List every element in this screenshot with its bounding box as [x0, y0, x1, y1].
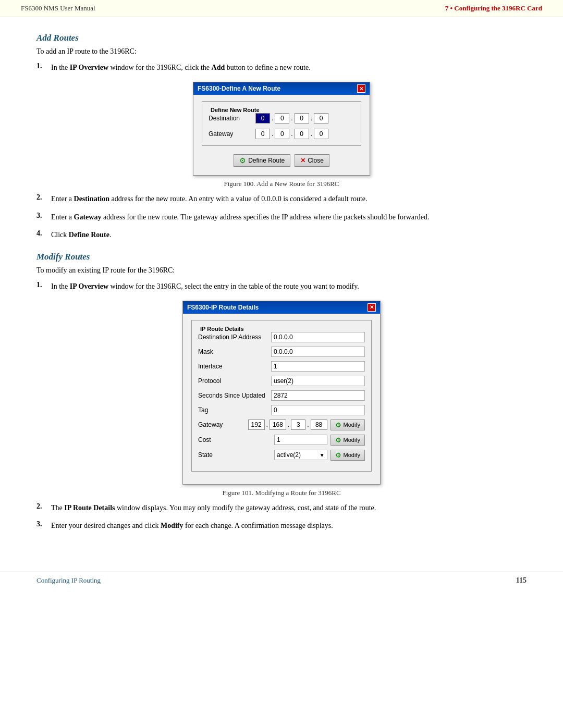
close-button[interactable]: ✕ Close — [295, 154, 329, 167]
ip-route-title: FS6300-IP Route Details — [187, 304, 259, 311]
gateway-modify-button[interactable]: ⚙ Modify — [331, 419, 365, 430]
step3-bold1: Gateway — [74, 213, 102, 221]
step1-bold2: Add — [212, 64, 225, 71]
protocol-value: user(2) — [271, 376, 365, 386]
footer-bar: Configuring IP Routing 115 — [0, 572, 563, 589]
header-right: 7 • Configuring the 3196RC Card — [445, 4, 542, 13]
gateway-ip-group: . . . — [255, 129, 328, 139]
seconds-row: Seconds Since Updated 2872 — [198, 390, 365, 401]
step3-num: 3. — [36, 212, 51, 223]
protocol-row: Protocol user(2) — [198, 376, 365, 386]
step2-bold1: Destination — [74, 195, 109, 203]
add-routes-step4: 4. Click Define Route. — [36, 229, 527, 241]
gw-octet-1[interactable] — [248, 419, 265, 430]
destination-octet-4[interactable] — [314, 113, 328, 124]
dest-ip-value: 0.0.0.0 — [271, 332, 365, 342]
modify-routes-section: Modify Routes To modify an existing IP r… — [36, 252, 527, 532]
gw-octet-3[interactable] — [291, 419, 305, 430]
mstep2-num: 2. — [36, 502, 51, 514]
modify-icon-gw: ⚙ — [335, 421, 341, 429]
define-new-route-dialog: FS6300-Define A New Route ✕ Define New R… — [193, 82, 370, 176]
header-bar: FS6300 NMS User Manual 7 • Configuring t… — [0, 0, 563, 17]
figure-101-container: FS6300-IP Route Details ✕ IP Route Detai… — [36, 301, 527, 497]
destination-field-row: Destination . . . — [209, 113, 354, 124]
tag-value: 0 — [271, 405, 365, 415]
gw-octet-4[interactable] — [311, 419, 327, 430]
mstep3-content: Enter your desired changes and click Mod… — [51, 520, 527, 532]
close-x-icon: ✕ — [300, 157, 305, 164]
gateway-modify-row: Gateway . . . ⚙ — [198, 419, 365, 430]
destination-ip-group: . . . — [255, 113, 328, 124]
gateway-label: Gateway — [209, 130, 255, 138]
mask-row: Mask 0.0.0.0 — [198, 347, 365, 357]
interface-label: Interface — [198, 363, 271, 370]
ip-close-icon[interactable]: ✕ — [368, 303, 376, 312]
destination-octet-1[interactable] — [255, 113, 270, 124]
modify-icon-cost: ⚙ — [335, 436, 341, 444]
state-modify-button[interactable]: ⚙ Modify — [331, 450, 365, 461]
gdot3: . — [310, 130, 313, 138]
cost-label: Cost — [198, 436, 271, 443]
mstep3-bold1: Modify — [161, 522, 183, 529]
step1-content: In the IP Overview window for the 3196RC… — [51, 62, 527, 73]
gdot2: . — [290, 130, 293, 138]
state-modify-btn-label: Modify — [344, 452, 360, 458]
footer-right: 115 — [516, 576, 527, 585]
cost-modify-row: Cost 1 ⚙ Modify — [198, 435, 365, 446]
define-route-label: Define Route — [248, 157, 285, 164]
fieldset-legend: Define New Route — [209, 107, 354, 113]
figure-100-container: FS6300-Define A New Route ✕ Define New R… — [36, 82, 527, 188]
modify-routes-heading: Modify Routes — [36, 252, 527, 262]
dropdown-arrow-icon: ▼ — [320, 452, 325, 458]
mask-label: Mask — [198, 348, 271, 355]
close-icon[interactable]: ✕ — [357, 84, 365, 93]
destination-octet-2[interactable] — [275, 113, 289, 124]
gdot1: . — [271, 130, 274, 138]
mstep1-bold1: IP Overview — [70, 282, 108, 290]
mstep2-content: The IP Route Details window displays. Yo… — [51, 502, 527, 514]
ip-route-fieldset: IP Route Details Destination IP Address … — [191, 320, 372, 472]
mask-value: 0.0.0.0 — [271, 347, 365, 357]
seconds-label: Seconds Since Updated — [198, 392, 271, 399]
dialog-buttons: ⚙ Define Route ✕ Close — [202, 152, 361, 169]
cost-modify-btn-label: Modify — [344, 437, 360, 443]
define-route-button[interactable]: ⚙ Define Route — [234, 154, 290, 167]
gateway-octet-1[interactable] — [255, 129, 270, 139]
main-content: Add Routes To add an IP route to the 319… — [0, 17, 563, 561]
gateway-field-row: Gateway . . . — [209, 129, 354, 139]
gateway-octet-3[interactable] — [295, 129, 309, 139]
gateway-modify-btn-label: Modify — [344, 422, 360, 428]
step4-num: 4. — [36, 229, 51, 241]
dot2: . — [290, 115, 293, 122]
define-new-route-fieldset: Define New Route Destination . . . — [202, 101, 361, 146]
state-select[interactable]: active(2) ▼ — [274, 450, 327, 460]
modify-step3: 3. Enter your desired changes and click … — [36, 520, 527, 532]
figure-101-caption: Figure 101. Modifying a Route for 3196RC — [222, 489, 340, 497]
mstep2-bold1: IP Route Details — [64, 504, 115, 512]
gw-octet-2[interactable] — [270, 419, 286, 430]
modify-icon-state: ⚙ — [335, 451, 341, 459]
add-routes-step2: 2. Enter a Destination address for the n… — [36, 193, 527, 205]
gateway-octet-4[interactable] — [314, 129, 328, 139]
mstep1-content: In the IP Overview window for the 3196RC… — [51, 281, 527, 292]
add-routes-step3: 3. Enter a Gateway address for the new r… — [36, 212, 527, 223]
tag-row: Tag 0 — [198, 405, 365, 415]
step2-num: 2. — [36, 193, 51, 205]
mstep1-num: 1. — [36, 281, 51, 292]
dest-ip-label: Destination IP Address — [198, 334, 271, 341]
mstep3-num: 3. — [36, 520, 51, 532]
dot3: . — [310, 115, 313, 122]
destination-octet-3[interactable] — [295, 113, 309, 124]
modify-step1: 1. In the IP Overview window for the 319… — [36, 281, 527, 292]
ip-route-body: IP Route Details Destination IP Address … — [183, 314, 380, 484]
close-label: Close — [308, 157, 324, 164]
add-routes-intro: To add an IP route to the 3196RC: — [36, 47, 527, 56]
figure-100-caption: Figure 100. Add a New Route for 3196RC — [224, 180, 339, 188]
ip-route-details-dialog: FS6300-IP Route Details ✕ IP Route Detai… — [182, 301, 381, 485]
gateway-octet-2[interactable] — [275, 129, 289, 139]
step1-bold1: IP Overview — [70, 64, 108, 71]
dialog-title-bar: FS6300-Define A New Route ✕ — [193, 82, 370, 95]
interface-value: 1 — [271, 361, 365, 372]
cost-modify-button[interactable]: ⚙ Modify — [331, 435, 365, 446]
protocol-label: Protocol — [198, 377, 271, 385]
